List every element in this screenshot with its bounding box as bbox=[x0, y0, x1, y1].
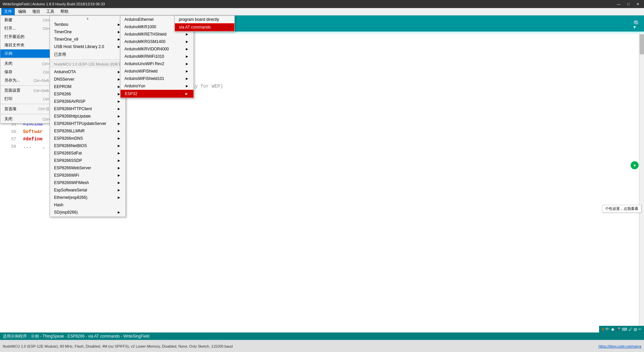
examples-esp8266httpupdate[interactable]: ESP8266httpUpdate bbox=[50, 113, 125, 120]
bottom-bar: NodeMCU 1.0 (ESP-12E Module), 80 MHz, Fl… bbox=[0, 340, 644, 352]
ts-arduinomkrethshield[interactable]: ArduinoMKRETHShield bbox=[120, 31, 194, 38]
ts-arduinowifishield[interactable]: ArduinoWiFiShield bbox=[120, 68, 194, 75]
menu-file[interactable]: 文件 bbox=[1, 8, 15, 15]
sohu-icon-bar: S 中· ◉ 🎤 ⌨ 🖊 ▤ ✂ bbox=[599, 326, 644, 333]
examples-deprecated[interactable]: 已弃用 bbox=[50, 50, 125, 59]
sohu-logo: S bbox=[602, 327, 604, 331]
examples-eeprom[interactable]: EEPROM bbox=[50, 83, 125, 90]
sohu-icon6[interactable]: ✂ bbox=[638, 327, 641, 332]
examples-ethernet-esp8266[interactable]: Ethernet(esp8266) bbox=[50, 194, 125, 201]
title-bar: WriteSingleField | Arduino 1.8.9 Hourly … bbox=[0, 0, 644, 8]
examples-temboo[interactable]: Temboo bbox=[50, 21, 125, 28]
menu-help[interactable]: 帮助 bbox=[58, 8, 71, 15]
submenu-indicator: ▲ bbox=[50, 16, 125, 21]
green-icon: ● bbox=[633, 163, 636, 168]
restore-button[interactable]: □ bbox=[625, 1, 632, 7]
menu-edit[interactable]: 编辑 bbox=[15, 8, 29, 15]
sohu-icon2[interactable]: 🎤 bbox=[616, 327, 621, 332]
bottom-url[interactable]: https://blog.csdn.net/naiya bbox=[598, 344, 641, 348]
via-at-commands[interactable]: via AT commands bbox=[175, 23, 234, 31]
examples-esp8266wifimesh[interactable]: ESP8266WiFiMesh bbox=[50, 179, 125, 186]
status-message-text: 适用示例程序：示例 - ThingSpeak - ESP8266 - via A… bbox=[3, 334, 149, 339]
examples-esp8266ssdp[interactable]: ESP8266SSDP bbox=[50, 157, 125, 164]
examples-servo-esp8266[interactable]: Servo(esp8266) bbox=[50, 216, 125, 217]
close-button[interactable]: ✕ bbox=[634, 1, 641, 7]
sohu-cn: 中· bbox=[605, 327, 610, 332]
examples-timeronev9[interactable]: TimerOne_v9 bbox=[50, 36, 125, 43]
ts-arduinoyun[interactable]: ArduinoYun bbox=[120, 82, 194, 90]
examples-esp8266llmnr[interactable]: ESP8266LLMNR bbox=[50, 127, 125, 135]
examples-timerone[interactable]: TimerOne bbox=[50, 28, 125, 36]
sohu-icon3[interactable]: ⌨ bbox=[622, 327, 627, 332]
ts-arduinomkrvidor4000[interactable]: ArduinoMKRVIDOR4000 bbox=[120, 45, 194, 53]
personalization-button[interactable]: 个性设置，点我看看 bbox=[602, 205, 641, 213]
examples-usbhostshield[interactable]: USB Host Shield Library 2.0 bbox=[50, 43, 125, 50]
menu-project[interactable]: 项目 bbox=[30, 8, 43, 15]
expand-arrow-button[interactable]: ▼ bbox=[631, 24, 639, 30]
program-board-submenu: program board directly via AT commands bbox=[174, 15, 235, 32]
examples-esp8266[interactable]: ESP8266 bbox=[50, 90, 125, 98]
sohu-icon5[interactable]: ▤ bbox=[634, 327, 637, 332]
sohu-icon1[interactable]: ◉ bbox=[611, 327, 614, 332]
examples-esp8266netbios[interactable]: ESP8266NetBIOS bbox=[50, 142, 125, 149]
status-message-bar: 适用示例程序：示例 - ThingSpeak - ESP8266 - via A… bbox=[0, 333, 644, 340]
ts-arduinounowifirev2[interactable]: ArduinoUnoWiFi Rev2 bbox=[120, 60, 194, 68]
vertical-scrollbar[interactable] bbox=[639, 34, 644, 332]
ts-arduinowifishield101[interactable]: ArduinoWiFiShield101 bbox=[120, 75, 194, 82]
ts-esp32[interactable]: ESP32 bbox=[120, 90, 194, 98]
ts-arduinomkrwifi1010[interactable]: ArduinoMKRWiFi1010 bbox=[120, 53, 194, 60]
program-board-directly[interactable]: program board directly bbox=[175, 16, 234, 23]
ts-arduinomkrgsm1400[interactable]: ArduinoMKRGSM1400 bbox=[120, 38, 194, 45]
device-info: NodeMCU 1.0 (ESP-12E Module), 80 MHz, Fl… bbox=[3, 344, 596, 348]
menu-tools[interactable]: 工具 bbox=[44, 8, 57, 15]
minimize-button[interactable]: — bbox=[615, 1, 623, 7]
examples-esp8266sdfat[interactable]: ESP8266SdFat bbox=[50, 149, 125, 157]
examples-esp8266httpclient[interactable]: ESP8266HTTPClient bbox=[50, 105, 125, 113]
menu-bar: 文件 编辑 项目 工具 帮助 bbox=[0, 8, 644, 15]
sohu-icon4[interactable]: 🖊 bbox=[629, 327, 632, 331]
examples-esp8266mdns[interactable]: ESP8266mDNS bbox=[50, 135, 125, 142]
examples-esp8266avrisp[interactable]: ESP8266AVRISP bbox=[50, 98, 125, 105]
examples-esp8266wifi[interactable]: ESP8266WiFi bbox=[50, 172, 125, 179]
examples-dnsserver[interactable]: DNSServer bbox=[50, 76, 125, 83]
examples-espsoftwareserial[interactable]: EspSoftwareSerial bbox=[50, 186, 125, 194]
green-circle-button[interactable]: ● bbox=[631, 161, 639, 169]
examples-sd-esp8266[interactable]: SD(esp8266) bbox=[50, 209, 125, 216]
examples-arduinoota[interactable]: ArduinoOTA bbox=[50, 68, 125, 76]
examples-nodemcu-header: NodeMCU 1.0 (ESP-12E Module) 的例子 bbox=[50, 60, 125, 68]
examples-submenu: ▲ Temboo TimerOne TimerOne_v9 USB Host S… bbox=[50, 15, 126, 217]
examples-esp8266httpupdateserver[interactable]: ESP8266HTTPUpdateServer bbox=[50, 120, 125, 127]
title-bar-controls: — □ ✕ bbox=[615, 1, 641, 7]
examples-hash[interactable]: Hash bbox=[50, 201, 125, 209]
title-text: WriteSingleField | Arduino 1.8.9 Hourly … bbox=[3, 2, 105, 6]
examples-esp8266webserver[interactable]: ESP8266WebServer bbox=[50, 164, 125, 172]
personalization-label: 个性设置，点我看看 bbox=[605, 207, 638, 211]
